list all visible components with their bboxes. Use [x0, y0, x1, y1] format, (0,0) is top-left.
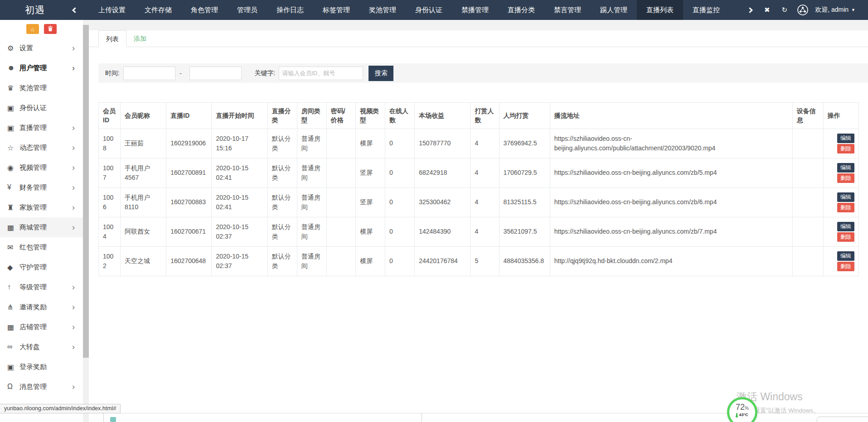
topnav-item[interactable]: 踢人管理 [591, 0, 637, 20]
sidebar-item[interactable]: ♛奖池管理 [0, 78, 83, 98]
sidebar-item[interactable]: ▦店铺管理› [0, 317, 83, 337]
edit-button[interactable]: 编辑 [837, 251, 854, 261]
refresh-icon[interactable]: ↻ [782, 6, 788, 14]
cell-online_count: 0 [385, 246, 415, 276]
sidebar-item[interactable]: ▦商城管理› [0, 217, 83, 237]
edit-button[interactable]: 编辑 [837, 222, 854, 231]
desktop-icon: ▣ [7, 363, 19, 371]
edit-button[interactable]: 编辑 [837, 163, 854, 173]
expand-arrow-icon: › [72, 203, 75, 211]
expand-arrow-icon: › [72, 303, 75, 311]
sidebar-item[interactable]: ⚙设置› [0, 38, 83, 58]
table-body: 1008王丽茹16029190062020-10-17 15:16默认分类普通房… [99, 129, 859, 276]
cell-tipper_count: 4 [470, 187, 499, 217]
gauge-temperature: 43°C [736, 412, 748, 417]
time-range-dash: - [179, 70, 182, 77]
sidebar-scrollbar[interactable] [83, 20, 89, 422]
cell-live_id: 1602919006 [166, 129, 212, 158]
cell-tipper_count: 5 [470, 246, 499, 276]
col-header-earnings: 本场收益 [415, 103, 470, 129]
topnav-item[interactable]: 角色管理 [181, 0, 228, 20]
topnav-item[interactable]: 操作日志 [267, 0, 313, 20]
sidebar-item[interactable]: ✉红包管理 [0, 237, 83, 257]
edit-button[interactable]: 编辑 [837, 192, 854, 202]
sidebar-item[interactable]: ↑等级管理› [0, 277, 83, 297]
chevron-right-icon[interactable] [747, 7, 753, 13]
keyword-label: 关键字: [255, 69, 276, 77]
sidebar-item[interactable]: ♜家族管理› [0, 197, 83, 217]
sidebar-item[interactable]: ▣直播管理› [0, 118, 83, 138]
expand-arrow-icon: › [72, 343, 75, 351]
cell-earnings: 68242918 [415, 158, 470, 187]
col-header-actions: 操作 [823, 103, 858, 129]
topnav-item[interactable]: 上传设置 [89, 0, 135, 20]
sidebar-item[interactable]: ☻用户管理› [0, 58, 83, 78]
background-window-edge [422, 413, 422, 422]
cell-tipper_count: 4 [470, 217, 499, 246]
topnav-item[interactable]: 禁播管理 [452, 0, 498, 20]
time-end-input[interactable] [189, 67, 242, 80]
topnav-item[interactable]: 文件存储 [135, 0, 181, 20]
cell-video_type: 横屏 [355, 217, 385, 246]
close-icon[interactable]: ✖ [764, 6, 770, 14]
table-row: 1008王丽茹16029190062020-10-17 15:16默认分类普通房… [99, 129, 859, 158]
cell-start_time: 2020-10-17 15:16 [212, 129, 267, 158]
cell-avg_tip: 81325115.5 [499, 187, 550, 217]
background-app-icon [110, 417, 116, 422]
sidebar-item[interactable]: Ω消息管理› [0, 377, 83, 397]
tab-list[interactable]: 列表 [98, 30, 126, 47]
sidebar-item[interactable]: ¥财务管理› [0, 177, 83, 197]
cell-avg_tip: 37696942.5 [499, 129, 550, 158]
edit-button[interactable]: 编辑 [837, 134, 854, 143]
col-header-category: 直播分类 [267, 103, 297, 129]
delete-button[interactable]: 删除 [837, 203, 854, 212]
col-header-start_time: 直播开始时间 [212, 103, 267, 129]
sidebar-item[interactable]: ▣登录奖励 [0, 357, 83, 377]
sidebar-item[interactable]: ⋔邀请奖励› [0, 297, 83, 317]
table-row: 1002天空之城16027006482020-10-15 02:37默认分类普通… [99, 246, 859, 276]
live-table: 会员ID会员昵称直播ID直播开始时间直播分类房间类型密码/价格视频类型在线人数本… [98, 102, 859, 276]
sidebar-item[interactable]: ◉视频管理› [0, 158, 83, 177]
topnav-item[interactable]: 禁言管理 [544, 0, 591, 20]
sidebar-item[interactable]: ▣身份认证 [0, 98, 83, 118]
cell-room_type: 普通房间 [297, 158, 326, 187]
cell-tipper_count: 4 [470, 158, 499, 187]
table-row: 1004阿联酋女16027006712020-10-15 02:37默认分类普通… [99, 217, 859, 246]
topnav-item[interactable]: 管理员 [228, 0, 267, 20]
topnav-item[interactable]: 直播分类 [498, 0, 544, 20]
video-icon: ◉ [7, 163, 19, 172]
caret-down-icon[interactable]: ▼ [851, 8, 855, 12]
topnav-item[interactable]: 直播列表 [637, 0, 683, 20]
delete-button[interactable]: 删除 [837, 262, 854, 271]
sidebar-item[interactable]: ◆守护管理 [0, 257, 83, 277]
sidebar-item[interactable]: ∞大转盘› [0, 337, 83, 357]
col-header-online_count: 在线人数 [385, 103, 415, 129]
globe-avatar-icon[interactable] [797, 4, 809, 16]
sidebar-item[interactable]: ☆动态管理› [0, 138, 83, 158]
time-start-input[interactable] [123, 67, 175, 80]
home-button[interactable]: ⌂ [26, 24, 39, 34]
chevron-left-icon[interactable] [72, 7, 78, 13]
topnav-item[interactable]: 奖池管理 [359, 0, 406, 20]
welcome-label[interactable]: 欢迎, admin [815, 6, 849, 14]
cell-nickname: 王丽茹 [121, 129, 166, 158]
star-icon: ☆ [7, 144, 19, 152]
delete-button[interactable]: 删除 [837, 232, 854, 242]
time-label: 时间: [105, 69, 120, 77]
keyword-input[interactable] [279, 67, 363, 80]
sidebar-scrollbar-thumb[interactable] [83, 25, 89, 358]
search-button[interactable]: 搜索 [369, 66, 393, 81]
delete-button[interactable]: 删除 [837, 144, 854, 153]
topnav-item[interactable]: 标签管理 [313, 0, 359, 20]
topnav-item[interactable]: 直播监控 [683, 0, 729, 20]
delete-button[interactable]: 删除 [837, 173, 854, 183]
main-content: 列表 添加 时间: - 关键字: 搜索 会员ID会员昵称直播ID直播开始时间直播… [89, 20, 868, 422]
cell-tipper_count: 4 [470, 129, 499, 158]
desktop-icon: ▣ [7, 104, 19, 112]
cell-device_info [792, 217, 823, 246]
topnav-item[interactable]: 身份认证 [406, 0, 452, 20]
sidebar-item-label: 身份认证 [19, 104, 47, 112]
clear-cache-button[interactable] [44, 24, 57, 34]
table-header-row: 会员ID会员昵称直播ID直播开始时间直播分类房间类型密码/价格视频类型在线人数本… [99, 103, 859, 129]
tab-add[interactable]: 添加 [126, 30, 154, 47]
